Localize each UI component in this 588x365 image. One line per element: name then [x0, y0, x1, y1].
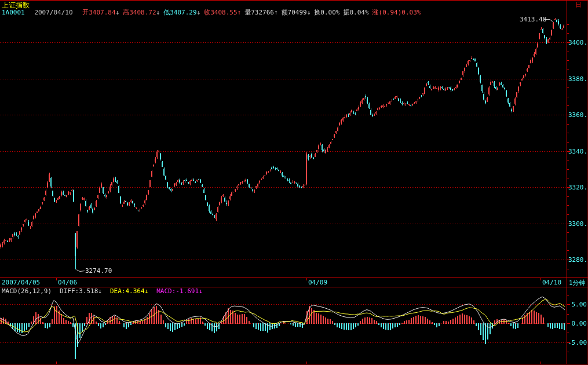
quote-field-换: 换0.00%: [314, 9, 339, 16]
field-label: 振: [343, 9, 349, 16]
macd-bar-item-2: DEA:4.364↓: [110, 287, 148, 295]
field-label: 低: [163, 9, 170, 16]
macd-bar-item-1: DIFF:3.518↓: [60, 287, 102, 295]
stock-code[interactable]: 1A0001: [2, 9, 25, 16]
field-value: 3408.55: [210, 9, 237, 16]
price-axis-label: 3280.00: [568, 256, 587, 264]
macd-item-text: DIFF:3.518: [60, 287, 98, 295]
macd-axis: 5.000.00-5.00: [568, 288, 587, 357]
field-label: 额: [282, 9, 288, 16]
quote-field-涨: 涨(0.94)0.03%: [372, 9, 421, 16]
quote-info-bar: 1A0001 2007/04/10 开3407.84↓高3408.72↓低340…: [2, 9, 424, 16]
macd-bar-item-0: MACD(26,12,9): [2, 287, 52, 295]
macd-axis-label: -5.00: [568, 339, 587, 346]
date-label: 2007/04/05: [2, 279, 40, 286]
field-value: 0.00%: [320, 9, 339, 16]
down-arrow-icon: ↓: [98, 287, 102, 295]
quote-fields: 开3407.84↓高3408.72↓低3407.29↓收3408.55↑量732…: [82, 9, 424, 16]
macd-axis-label: 0.00: [568, 320, 587, 327]
quote-date: 2007/04/10: [34, 9, 72, 16]
low-price-annotation: 3274.70: [85, 267, 112, 275]
down-arrow-icon: ↓: [199, 287, 203, 295]
quote-field-量: 量732766↑: [244, 9, 277, 16]
price-axis-label: 3380.00: [568, 75, 587, 83]
field-label: 涨: [372, 9, 379, 16]
date-label: 04/10: [542, 279, 561, 286]
price-axis-label: 3300.00: [568, 220, 587, 228]
high-price-annotation: 3413.48: [520, 16, 546, 23]
up-arrow-icon: ↑: [238, 9, 242, 16]
price-axis-label: 3400.00: [568, 39, 587, 46]
up-arrow-icon: ↑: [274, 9, 278, 16]
macd-item-text: MACD(26,12,9): [2, 287, 52, 295]
field-value: 3408.72: [129, 9, 156, 16]
quote-field-开: 开3407.84↓: [82, 9, 119, 16]
field-label: 换: [314, 9, 320, 16]
price-axis-label: 3360.00: [568, 111, 587, 119]
field-value: (0.94)0.03%: [379, 9, 421, 16]
field-value: 732766: [251, 9, 274, 16]
macd-item-text: DEA:4.364: [110, 287, 145, 295]
macd-axis-label: 5.00: [568, 301, 587, 308]
quote-field-额: 额70499↓: [282, 9, 311, 16]
quote-field-低: 低3407.29↓: [163, 9, 200, 16]
field-value: 70499: [288, 9, 307, 16]
quote-field-收: 收3408.55↑: [204, 9, 241, 16]
field-label: 高: [123, 9, 129, 16]
field-label: 量: [244, 9, 251, 16]
macd-indicator-bar: MACD(26,12,9)DIFF:3.518↓DEA:4.364↓MACD:-…: [2, 288, 211, 295]
quote-field-振: 振0.04%: [343, 9, 368, 16]
down-arrow-icon: ↓: [156, 9, 160, 16]
date-label: 04/06: [58, 279, 77, 286]
macd-item-text: MACD:-1.691: [156, 287, 199, 295]
field-label: 开: [82, 9, 89, 16]
quote-field-高: 高3408.72↓: [123, 9, 160, 16]
date-label: 04/09: [308, 279, 327, 286]
field-value: 3407.29: [170, 9, 196, 16]
price-axis: 3400.003380.003360.003340.003320.003300.…: [568, 0, 587, 277]
field-label: 收: [204, 9, 210, 16]
candlestick-macd-chart-canvas[interactable]: [0, 0, 588, 365]
price-axis-label: 3320.00: [568, 184, 587, 191]
macd-bar-item-3: MACD:-1.691↓: [156, 287, 202, 295]
price-axis-label: 3340.00: [568, 148, 587, 155]
stock-app-window: { "colors": { "bg": "#000000", "frame": …: [0, 0, 588, 365]
down-arrow-icon: ↓: [145, 287, 149, 295]
down-arrow-icon: ↓: [197, 9, 201, 16]
timeframe-label[interactable]: 1分钟: [569, 279, 586, 287]
down-arrow-icon: ↓: [116, 9, 120, 16]
field-value: 3407.84: [89, 9, 115, 16]
down-arrow-icon: ↓: [307, 9, 311, 16]
date-axis: 2007/04/0504/0604/0904/10: [0, 279, 567, 287]
field-value: 0.04%: [349, 9, 368, 16]
